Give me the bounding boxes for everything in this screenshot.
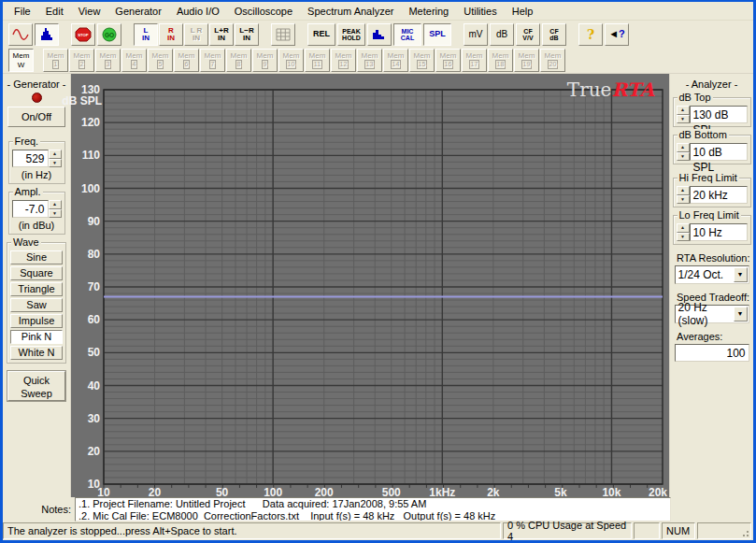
spin-up-icon[interactable]: ▲ [677,223,690,233]
hi-freq-spinner[interactable]: ▲▼ [677,186,690,204]
spl-button[interactable]: SPL [423,23,451,46]
spin-down-icon[interactable]: ▼ [49,159,62,168]
generator-onoff-button[interactable]: On/Off [7,107,65,127]
mem-16-button[interactable]: Mem16 [435,49,461,72]
spin-up-icon[interactable]: ▲ [49,150,62,159]
quick-sweep-button[interactable]: Quick Sweep [7,371,65,401]
spin-down-icon[interactable]: ▼ [677,115,690,124]
status-panel-empty [634,522,660,539]
spin-up-icon[interactable]: ▲ [677,143,690,152]
mem-10-button[interactable]: Mem10 [278,49,304,72]
mem-12-button[interactable]: Mem12 [331,49,356,72]
menu-item-view[interactable]: View [71,4,108,19]
app-window: FileEditViewGeneratorAudio I/OOscillosco… [0,0,756,543]
db-bottom-value[interactable]: 10 dB SPL [690,143,748,161]
rta-resolution-select[interactable]: 1/24 Oct. ▼ [675,265,749,284]
mem-15-button[interactable]: Mem15 [409,49,435,72]
wave-impulse-button[interactable]: Impulse [10,314,63,328]
spin-down-icon[interactable]: ▼ [677,152,690,162]
wave-saw-button[interactable]: Saw [10,298,63,312]
input-l−r-in-button[interactable]: L−RIN [235,23,259,46]
wave-sine-button[interactable]: Sine [10,250,63,264]
menu-item-spectrum-analyzer[interactable]: Spectrum Analyzer [300,4,401,19]
go-button[interactable]: GO [97,23,121,46]
dropdown-arrow-icon[interactable]: ▼ [734,267,748,282]
db-top-spinner[interactable]: ▲▼ [677,106,690,123]
rel-button[interactable]: REL [307,23,335,46]
db-top-value[interactable]: 130 dB SPL [690,106,748,123]
mem-13-button[interactable]: Mem13 [357,49,382,72]
mic-cal-button[interactable]: MICCAL [393,23,421,46]
resize-grip[interactable] [739,527,750,538]
mem-14-button[interactable]: Mem14 [383,49,408,72]
spin-down-icon[interactable]: ▼ [677,233,690,242]
freq-input[interactable]: 529 [12,150,49,167]
menu-item-generator[interactable]: Generator [107,4,169,19]
speed-tradeoff-select[interactable]: 20 Hz (slow) ▼ [675,305,749,323]
svg-text:STOP: STOP [78,33,89,37]
lo-freq-value[interactable]: 10 Hz [690,223,748,241]
spin-up-icon[interactable]: ▲ [49,200,62,209]
db-bottom-spinner[interactable]: ▲▼ [677,143,690,161]
spin-up-icon[interactable]: ▲ [677,106,690,115]
cf-db-button[interactable]: CFdB [542,23,566,46]
notes-box[interactable]: .1. Project Filename: Untitled Project D… [75,497,671,522]
mem-3-button[interactable]: Mem3 [95,49,121,72]
freq-spinner[interactable]: ▲▼ [49,150,62,167]
input-lr-in-button[interactable]: L RIN [184,23,208,46]
wave-square-button[interactable]: Square [10,266,63,280]
hi-freq-value[interactable]: 20 kHz [690,186,748,204]
help-button[interactable]: ? [578,23,603,46]
stop-button[interactable]: STOP [71,23,95,46]
ampl-input[interactable]: -7.0 [12,200,49,218]
menu-item-file[interactable]: File [7,4,38,19]
mem-6-button[interactable]: Mem6 [174,49,199,72]
wave-pink-n-button[interactable]: Pink N [10,330,63,344]
mem-18-button[interactable]: Mem18 [488,49,513,72]
wave-white-n-button[interactable]: White N [10,346,63,360]
spin-down-icon[interactable]: ▼ [49,209,62,219]
input-l-in-button[interactable]: LIN [134,23,158,46]
cf-vv-button[interactable]: CFV/V [516,23,540,46]
bar-display-button[interactable] [367,23,392,46]
mem-11-button[interactable]: Mem11 [305,49,330,72]
menu-item-edit[interactable]: Edit [38,4,71,19]
input-l+r-in-button[interactable]: L+RIN [209,23,234,46]
mem-w-button[interactable]: MemW [8,49,34,72]
ampl-spinner[interactable]: ▲▼ [49,200,62,218]
dropdown-arrow-icon[interactable]: ▼ [734,307,748,322]
db-button[interactable]: dB [490,23,514,46]
menu-item-oscilloscope[interactable]: Oscilloscope [227,4,300,19]
mem-9-button[interactable]: Mem9 [252,49,278,72]
mem-2-button[interactable]: Mem2 [69,49,94,72]
num-lock-indicator: NUM [662,522,695,539]
context-help-button[interactable]: ◄? [605,23,629,46]
wave-triangle-button[interactable]: Triangle [10,282,63,296]
cpu-usage-indicator: 0 % CPU Usage at Speed 4 [503,522,632,539]
grid-toggle-button[interactable] [271,23,295,46]
menu-item-utilities[interactable]: Utilities [456,4,504,19]
mem-label: Mem [309,51,326,60]
menu-item-metering[interactable]: Metering [401,4,456,19]
input-label: IN [142,35,150,42]
freq-unit-label: (in Hz) [12,169,62,180]
averages-input[interactable]: 100 [675,344,749,362]
mem-4-button[interactable]: Mem4 [121,49,147,72]
mem-5-button[interactable]: Mem5 [148,49,173,72]
mv-button[interactable]: mV [464,23,488,46]
lo-freq-spinner[interactable]: ▲▼ [677,223,690,241]
menu-item-audio-i-o[interactable]: Audio I/O [169,4,227,19]
input-r-in-button[interactable]: RIN [159,23,183,46]
mem-1-button[interactable]: Mem1 [43,49,68,72]
spin-up-icon[interactable]: ▲ [677,186,690,195]
spectrum-view-button[interactable] [35,23,59,46]
mem-8-button[interactable]: Mem8 [226,49,251,72]
mem-17-button[interactable]: Mem17 [462,49,487,72]
sine-generator-button[interactable] [8,23,33,46]
mem-19-button[interactable]: Mem19 [514,49,539,72]
peak-hold-button[interactable]: PEAKHOLD [337,23,365,46]
mem-20-button[interactable]: Mem20 [540,49,565,72]
menu-item-help[interactable]: Help [505,4,541,19]
spin-down-icon[interactable]: ▼ [677,195,690,205]
mem-7-button[interactable]: Mem7 [200,49,225,72]
